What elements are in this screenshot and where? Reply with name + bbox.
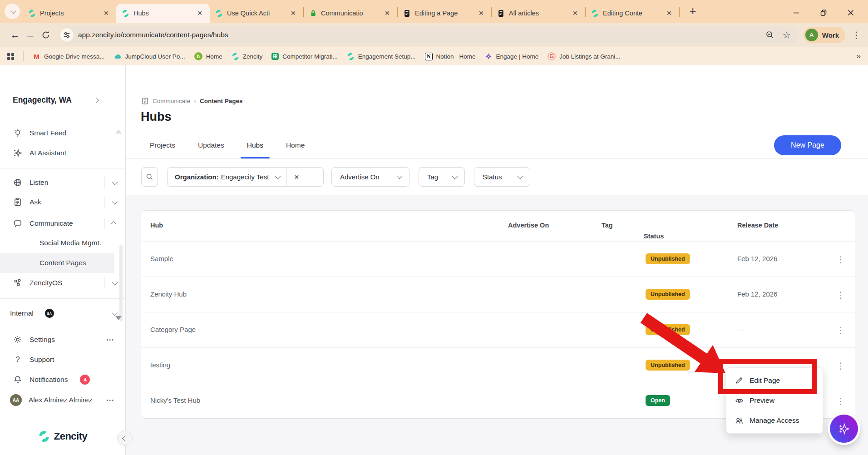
close-icon[interactable]: × xyxy=(289,8,298,18)
close-icon[interactable]: × xyxy=(571,8,580,18)
site-settings-icon[interactable] xyxy=(60,28,74,42)
bookmark-engagement-setup[interactable]: Engagement Setup... xyxy=(347,53,416,60)
sidebar-item-ai-assistant[interactable]: AI Assistant xyxy=(13,145,116,161)
sidebar-item-support[interactable]: ? Support xyxy=(13,351,116,368)
forward-button[interactable]: → xyxy=(23,27,38,43)
bookmark-zencity[interactable]: Zencity xyxy=(232,53,263,60)
minimize-button[interactable] xyxy=(793,9,800,16)
profile-chip[interactable]: A Work xyxy=(804,27,845,43)
globe-icon xyxy=(13,178,23,187)
ai-assistant-fab[interactable] xyxy=(830,415,858,443)
new-page-button[interactable]: New Page xyxy=(774,135,841,155)
breadcrumb-content-pages[interactable]: Content Pages xyxy=(200,98,243,104)
row-menu-icon[interactable]: ⋮ xyxy=(833,322,848,338)
sidebar-item-internal[interactable]: Internal SA xyxy=(10,305,116,321)
breadcrumb-communicate[interactable]: Communicate xyxy=(153,98,190,104)
reload-button[interactable] xyxy=(38,27,54,43)
sidebar-collapse-button[interactable] xyxy=(117,430,133,446)
org-switcher[interactable]: Engagecity, WA xyxy=(13,93,116,107)
tab-label: Use Quick Acti xyxy=(227,10,285,17)
clear-filter-icon[interactable]: × xyxy=(287,172,306,182)
apps-grid-icon[interactable] xyxy=(7,53,14,60)
url-text[interactable]: app.zencity.io/communicate/content-pages… xyxy=(78,31,765,39)
close-icon[interactable]: × xyxy=(195,8,204,18)
bookmark-google-drive[interactable]: M Google Drive messa... xyxy=(33,53,105,60)
restore-button[interactable] xyxy=(820,9,827,16)
menu-item-edit-page[interactable]: Edit Page xyxy=(726,371,823,391)
table-row[interactable]: Category Page Unpublished --- ⋮ xyxy=(141,312,855,347)
org-name: Engagecity, WA xyxy=(13,95,72,105)
profile-name: Work xyxy=(822,31,839,39)
scroll-down-icon[interactable] xyxy=(115,316,122,320)
close-icon[interactable]: × xyxy=(665,8,674,18)
menu-item-manage-access[interactable]: Manage Access xyxy=(726,410,823,430)
table-row[interactable]: Sample Unpublished Feb 12, 2026 ⋮ xyxy=(141,241,855,277)
close-icon[interactable]: × xyxy=(102,8,111,18)
sidebar-item-listen[interactable]: Listen xyxy=(13,174,116,191)
bookmark-notion[interactable]: N Notion - Home xyxy=(425,53,476,60)
close-icon[interactable]: × xyxy=(383,8,392,18)
bookmark-star-icon[interactable]: ☆ xyxy=(783,30,791,40)
bookmark-engage[interactable]: Engage | Home xyxy=(485,53,539,60)
sidebar-item-social-media[interactable]: Social Media Mgmt. xyxy=(13,235,116,251)
tab-home[interactable]: Home xyxy=(285,141,306,158)
row-menu-icon[interactable]: ⋮ xyxy=(833,252,848,267)
chevron-down-icon xyxy=(452,173,458,179)
menu-item-preview[interactable]: Preview xyxy=(726,391,823,410)
sidebar-item-zencityos[interactable]: ZencityOS xyxy=(13,275,116,291)
advertise-on-filter[interactable]: Advertise On xyxy=(331,167,409,187)
close-icon[interactable]: × xyxy=(477,8,486,18)
close-window-button[interactable] xyxy=(847,9,854,16)
column-advertise-on[interactable]: Advertise On xyxy=(508,222,549,229)
tab-use-quick-actions[interactable]: Use Quick Acti × xyxy=(210,4,303,23)
scroll-up-icon[interactable] xyxy=(115,129,122,134)
tab-hubs[interactable]: Hubs xyxy=(246,141,264,158)
sidebar-item-communicate[interactable]: Communicate xyxy=(13,215,116,232)
browser-menu-icon[interactable]: ⋮ xyxy=(852,30,861,40)
bookmarks-overflow-icon[interactable]: » xyxy=(857,52,861,61)
chevron-down-icon[interactable] xyxy=(112,198,118,204)
new-tab-button[interactable]: + xyxy=(686,4,700,18)
sidebar-item-content-pages[interactable]: Content Pages xyxy=(13,255,116,271)
sidebar-item-settings[interactable]: Settings ••• xyxy=(13,331,116,348)
table-row[interactable]: Zencity Hub Unpublished Feb 12, 2026 ⋮ xyxy=(141,277,855,312)
tab-all-articles[interactable]: All articles × xyxy=(492,4,585,23)
search-button[interactable] xyxy=(141,167,158,187)
sidebar-item-user[interactable]: AA Alex Almirez Almirez ••• xyxy=(10,392,116,408)
tab-projects[interactable]: Projects xyxy=(149,141,176,158)
column-release-date[interactable]: Release Date xyxy=(737,222,778,229)
tab-editing-content[interactable]: Editing Conte × xyxy=(586,4,679,23)
tag-filter[interactable]: Tag xyxy=(419,167,465,187)
column-tag[interactable]: Tag xyxy=(602,222,613,229)
chevron-down-icon[interactable] xyxy=(112,310,118,316)
bookmark-jumpcloud[interactable]: JumpCloud User Po... xyxy=(114,53,185,60)
chevron-up-icon[interactable] xyxy=(111,221,117,227)
sidebar-scrollbar-thumb[interactable] xyxy=(119,245,123,321)
tab-hubs-active[interactable]: Hubs × xyxy=(116,4,210,23)
zoom-page-icon[interactable] xyxy=(765,30,774,40)
tab-editing-a-page[interactable]: Editing a Page × xyxy=(398,4,491,23)
tab-communication[interactable]: Communicatio × xyxy=(304,4,397,23)
bookmark-competitor-migration[interactable]: ⊞ Competitor Migrati... xyxy=(271,53,338,60)
organization-filter[interactable]: Organization: Engagecity Test × xyxy=(167,167,324,187)
bookmark-home[interactable]: b Home xyxy=(194,52,222,60)
sidebar-item-notifications[interactable]: Notifications 4 xyxy=(13,371,116,388)
column-hub[interactable]: Hub xyxy=(150,222,163,229)
bookmark-job-listings[interactable]: G Job Listings at Grani... xyxy=(547,52,620,60)
back-button[interactable]: ← xyxy=(7,27,23,43)
row-menu-icon[interactable]: ⋮ xyxy=(833,393,848,409)
url-bar[interactable]: app.zencity.io/communicate/content-pages… xyxy=(58,26,799,44)
lock-favicon xyxy=(309,10,317,17)
sidebar-item-ask[interactable]: Ask xyxy=(13,194,116,210)
chevron-down-icon[interactable] xyxy=(112,279,118,285)
tab-updates[interactable]: Updates xyxy=(197,141,225,158)
sidebar-item-smart-feed[interactable]: Smart Feed xyxy=(13,125,116,141)
more-options-icon[interactable]: ••• xyxy=(106,337,114,342)
tab-search-button[interactable] xyxy=(5,4,20,19)
row-menu-icon[interactable]: ⋮ xyxy=(833,358,848,373)
more-options-icon[interactable]: ••• xyxy=(106,397,114,403)
chevron-down-icon[interactable] xyxy=(112,179,118,185)
status-filter[interactable]: Status xyxy=(474,167,530,187)
tab-projects[interactable]: Projects × xyxy=(23,4,116,23)
row-menu-icon[interactable]: ⋮ xyxy=(833,287,848,302)
